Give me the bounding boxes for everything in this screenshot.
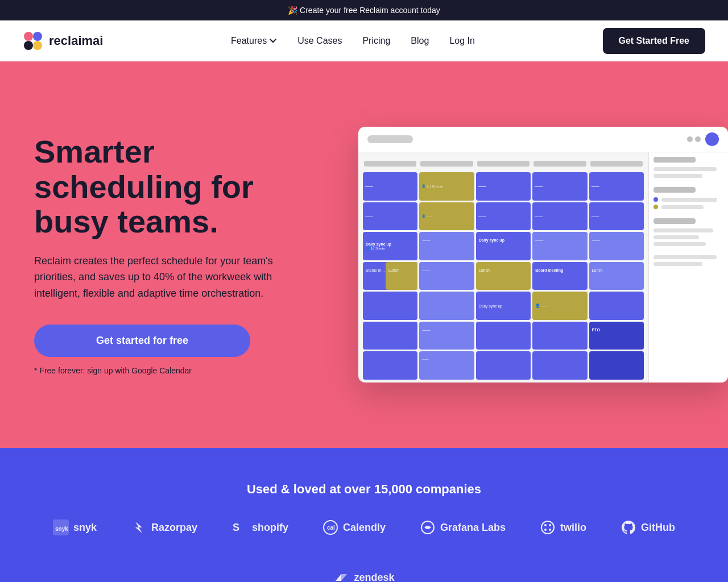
- hero-section: Smarter scheduling for busy teams. Recla…: [0, 61, 728, 448]
- get-started-button[interactable]: Get Started Free: [603, 28, 705, 54]
- nav-links: Features Use Cases Pricing Blog Log In: [231, 36, 475, 46]
- logo-calendly: cal Calendly: [322, 519, 386, 535]
- logo-text: reclaimai: [49, 34, 103, 48]
- logos-section: Used & loved at over 15,000 companies sn…: [0, 448, 728, 582]
- event-r8-c4: [532, 351, 587, 380]
- nav-item-blog[interactable]: Blog: [411, 36, 429, 46]
- event-r6-c1: [363, 292, 417, 320]
- use-cases-link[interactable]: Use Cases: [297, 36, 342, 45]
- day-header-1: [364, 161, 416, 167]
- lunch-event-1: Lunch: [386, 262, 417, 290]
- sidebar-line-1: [653, 167, 717, 171]
- pricing-link[interactable]: Pricing: [362, 36, 390, 45]
- grafana-icon: [420, 519, 436, 535]
- logo[interactable]: reclaimai: [23, 31, 103, 51]
- calendar-nav-dots: [687, 136, 701, 142]
- sidebar-line-3: [661, 198, 717, 202]
- announcement-text: 🎉 Create your free Reclaim account today: [288, 6, 440, 15]
- event-r7-c4: [532, 322, 587, 350]
- day-header-3: [477, 161, 530, 167]
- twilio-icon: [540, 519, 556, 535]
- event-r7-c3: [476, 322, 531, 350]
- calendar-user-avatar: [705, 132, 719, 146]
- sidebar-line-6: [653, 235, 699, 239]
- svg-point-14: [544, 529, 547, 531]
- svg-point-11: [541, 521, 554, 534]
- shopify-icon: S: [231, 519, 247, 535]
- hero-content: Smarter scheduling for busy teams. Recla…: [34, 134, 307, 375]
- sidebar-group-3: [653, 218, 723, 246]
- cal-event-5: ——: [589, 172, 644, 201]
- svg-text:cal: cal: [327, 525, 335, 531]
- day-header-2: [420, 161, 473, 167]
- cal-event-6: ——: [363, 202, 417, 231]
- nav-item-pricing[interactable]: Pricing: [362, 36, 390, 46]
- sidebar-line-9: [653, 262, 702, 266]
- daily-sync-3: Daily sync up: [476, 232, 531, 260]
- logo-icon: [23, 31, 43, 51]
- cal-dot-2: [695, 136, 701, 142]
- sidebar-line-7: [653, 242, 706, 246]
- hero-footnote: * Free forever: sign up with Google Cale…: [34, 366, 307, 375]
- logo-snyk: snyk snyk: [53, 519, 97, 535]
- cal-event-8: ——: [476, 202, 531, 231]
- nav-item-use-cases[interactable]: Use Cases: [297, 36, 342, 46]
- event-r8-c5: [589, 351, 644, 380]
- event-r7-c2: ——: [419, 322, 474, 350]
- event-r6-c4: 👤 ——: [532, 292, 587, 320]
- nav-item-login[interactable]: Log In: [449, 36, 474, 46]
- day-header-4: [533, 161, 586, 167]
- event-r8-c1: [363, 351, 417, 380]
- sidebar-line-5: [653, 228, 713, 232]
- cal-event-9: ——: [532, 202, 587, 231]
- chevron-down-icon: [269, 37, 277, 45]
- sidebar-line-2: [653, 174, 702, 178]
- event-col2-row5: ——: [419, 262, 474, 290]
- calendar-body: —— 👤 1:1 Emmet —— —— —— —— 👤 —— —— —— ——…: [358, 152, 728, 383]
- features-link[interactable]: Features: [231, 36, 277, 46]
- svg-text:snyk: snyk: [55, 526, 68, 532]
- event-r8-c2: ——: [419, 351, 474, 380]
- sidebar-title-1: [653, 157, 696, 163]
- logo-twilio: twilio: [540, 519, 586, 535]
- calendar-header-right: [687, 132, 719, 146]
- lunch-event-3: Lunch: [589, 262, 644, 290]
- daily-sync-2: Daily sync up: [476, 292, 531, 320]
- logos-title: Used & loved at over 15,000 companies: [23, 482, 705, 497]
- login-link[interactable]: Log In: [449, 36, 474, 45]
- day-header-5: [590, 161, 643, 167]
- calendar-grid: —— 👤 1:1 Emmet —— —— —— —— 👤 —— —— —— ——…: [358, 152, 648, 383]
- logo-zendesk: zendesk: [333, 569, 394, 582]
- announcement-bar: 🎉 Create your free Reclaim account today: [0, 0, 728, 20]
- sidebar-dot-blue: [653, 197, 658, 202]
- razorpay-icon: [131, 519, 147, 535]
- svg-point-0: [24, 32, 33, 41]
- zendesk-icon: [333, 569, 349, 582]
- nav-item-features[interactable]: Features: [231, 36, 277, 46]
- cal-event-3: ——: [476, 172, 531, 201]
- svg-point-13: [549, 524, 551, 526]
- lunch-event-2: Lunch: [476, 262, 531, 290]
- event-r8-c3: [476, 351, 531, 380]
- event-r6-c2: [419, 292, 474, 320]
- svg-point-3: [33, 41, 42, 50]
- sidebar-title-3: [653, 218, 696, 224]
- hero-subtitle: Reclaim creates the perfect schedule for…: [34, 253, 273, 302]
- cal-event-7: 👤 ——: [419, 202, 474, 231]
- github-icon: [621, 519, 636, 535]
- calendar-header: [358, 127, 728, 152]
- hero-cta-button[interactable]: Get started for free: [34, 325, 250, 357]
- calendar-sidebar: [648, 152, 728, 383]
- svg-point-2: [24, 41, 33, 50]
- blog-link[interactable]: Blog: [411, 36, 429, 45]
- cal-event-1: ——: [363, 172, 417, 201]
- svg-point-1: [33, 32, 42, 41]
- cal-dot-1: [687, 136, 693, 142]
- board-meeting: Board meeting: [532, 262, 587, 290]
- event-col2-row4: ——: [419, 232, 474, 260]
- event-r7-c1: [363, 322, 417, 350]
- cal-event-10: ——: [589, 202, 644, 231]
- pto-event: PTO: [589, 322, 644, 350]
- sidebar-group-4: [653, 255, 723, 266]
- event-col4-row4: ——: [532, 232, 587, 260]
